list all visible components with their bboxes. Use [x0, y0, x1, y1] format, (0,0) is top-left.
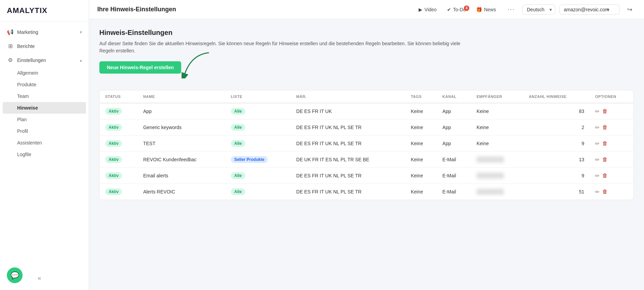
- col-status: STATUS: [100, 90, 138, 103]
- cell-empfaenger: [471, 152, 523, 168]
- sidebar-item-team[interactable]: Team: [0, 90, 89, 102]
- collapse-sidebar-button[interactable]: «: [38, 275, 41, 282]
- create-rule-button[interactable]: Neue Hinweis-Regel erstellen: [99, 61, 181, 74]
- cell-kanal: E-Mail: [437, 152, 471, 168]
- delete-icon[interactable]: 🗑: [602, 140, 608, 147]
- delete-icon[interactable]: 🗑: [602, 189, 608, 195]
- sidebar-item-berichte[interactable]: ⊞ Berichte: [0, 39, 89, 53]
- cell-optionen: ✏ 🗑: [590, 103, 633, 119]
- cell-anzahl: 13: [523, 152, 590, 168]
- table-row: Aktiv Email alerts Alle DE ES FR IT UK N…: [100, 168, 633, 184]
- col-tags: TAGS: [405, 90, 437, 103]
- cell-kanal: App: [437, 119, 471, 136]
- cell-liste: Seller Produkte: [225, 152, 291, 168]
- sidebar-item-allgemein[interactable]: Allgemein: [0, 67, 89, 79]
- cell-status: Aktiv: [100, 136, 138, 152]
- edit-icon[interactable]: ✏: [595, 108, 599, 115]
- edit-icon[interactable]: ✏: [595, 124, 599, 131]
- cell-anzahl: 2: [523, 119, 590, 136]
- delete-icon[interactable]: 🗑: [602, 124, 608, 130]
- sidebar-item-einstellungen[interactable]: ⚙ Einstellungen ▴: [0, 53, 89, 67]
- edit-icon[interactable]: ✏: [595, 156, 599, 163]
- gift-icon: 🎁: [476, 7, 482, 12]
- cell-mar: DE ES FR IT UK NL PL SE TR: [291, 184, 405, 200]
- logout-button[interactable]: ↪: [624, 4, 636, 15]
- marketing-icon: 📢: [7, 29, 14, 35]
- cell-name: App: [138, 103, 225, 119]
- topbar-news[interactable]: 🎁 News: [472, 5, 500, 14]
- sidebar-item-marketing[interactable]: 📢 Marketing ▾: [0, 25, 89, 39]
- liste-badge: Alle: [231, 140, 245, 147]
- berichte-icon: ⊞: [7, 43, 14, 49]
- edit-icon[interactable]: ✏: [595, 189, 599, 195]
- cell-tags: Keine: [405, 184, 437, 200]
- cell-anzahl: 83: [523, 103, 590, 119]
- cell-mar: DE ES FR IT UK NL PL SE TR: [291, 168, 405, 184]
- cell-liste: Alle: [225, 136, 291, 152]
- sidebar-item-logfile[interactable]: Logfile: [0, 149, 89, 160]
- cell-optionen: ✏ 🗑: [590, 152, 633, 168]
- sidebar-item-produkte[interactable]: Produkte: [0, 79, 89, 90]
- delete-icon[interactable]: 🗑: [602, 156, 608, 163]
- sidebar-item-profil[interactable]: Profil: [0, 125, 89, 137]
- table-row: Aktiv TEST Alle DE ES FR IT UK NL PL SE …: [100, 136, 633, 152]
- cell-mar: DE ES FR IT UK NL PL SE TR: [291, 136, 405, 152]
- topbar: Ihre Hinweis-Einstellungen ▶ Video ✔ To-…: [89, 0, 644, 19]
- table-row: Aktiv Generic keywords Alle DE ES FR IT …: [100, 119, 633, 136]
- cell-status: Aktiv: [100, 103, 138, 119]
- email-selector[interactable]: amazon@revoic.com: [559, 4, 620, 15]
- chevron-down-icon: ▾: [80, 30, 82, 35]
- table-row: Aktiv App Alle DE ES FR IT UK Keine App …: [100, 103, 633, 119]
- empfaenger-value: [476, 156, 504, 163]
- liste-badge: Alle: [231, 188, 245, 195]
- delete-icon[interactable]: 🗑: [602, 173, 608, 179]
- cell-empfaenger: Keine: [471, 119, 523, 136]
- cell-anzahl: 51: [523, 184, 590, 200]
- cell-tags: Keine: [405, 119, 437, 136]
- rules-table-card: STATUS NAME LISTE MÄR. TAGS KANAL EMPFÄN…: [99, 90, 634, 200]
- edit-icon[interactable]: ✏: [595, 173, 599, 179]
- language-selector[interactable]: Deutsch English: [522, 4, 555, 15]
- topbar-video[interactable]: ▶ Video: [414, 5, 441, 14]
- more-options-button[interactable]: ···: [504, 4, 518, 15]
- cell-tags: Keine: [405, 152, 437, 168]
- cell-kanal: App: [437, 103, 471, 119]
- cell-empfaenger: Keine: [471, 103, 523, 119]
- cell-name: Email alerts: [138, 168, 225, 184]
- empfaenger-value: Keine: [476, 109, 489, 114]
- email-selector-wrapper: amazon@revoic.com: [559, 4, 620, 15]
- status-badge: Aktiv: [105, 124, 122, 131]
- cell-empfaenger: Keine: [471, 136, 523, 152]
- col-anzahl: ANZAHL HINWEISE: [523, 90, 590, 103]
- cell-mar: DE ES FR IT UK: [291, 103, 405, 119]
- edit-icon[interactable]: ✏: [595, 140, 599, 147]
- sidebar-item-plan[interactable]: Plan: [0, 114, 89, 125]
- col-name: NAME: [138, 90, 225, 103]
- topbar-navigation: ▶ Video ✔ To-Do 4 🎁 News: [414, 5, 500, 14]
- cell-status: Aktiv: [100, 119, 138, 136]
- topbar-video-label: Video: [424, 7, 437, 12]
- cell-mar: DE ES FR IT UK NL PL SE TR: [291, 119, 405, 136]
- liste-badge: Alle: [231, 124, 245, 131]
- empfaenger-value: [476, 189, 504, 195]
- sidebar-item-label: Marketing: [17, 29, 38, 35]
- delete-icon[interactable]: 🗑: [602, 108, 608, 114]
- cell-name: Generic keywords: [138, 119, 225, 136]
- topbar-news-label: News: [484, 7, 496, 12]
- cell-liste: Alle: [225, 184, 291, 200]
- chat-button[interactable]: 💬: [7, 267, 23, 283]
- sidebar-item-hinweise[interactable]: Hinweise: [3, 102, 86, 114]
- page-title: Ihre Hinweis-Einstellungen: [97, 6, 410, 13]
- status-badge: Aktiv: [105, 172, 122, 179]
- cell-status: Aktiv: [100, 168, 138, 184]
- empfaenger-value: [476, 173, 504, 179]
- status-badge: Aktiv: [105, 108, 122, 115]
- section-description: Auf dieser Seite finden Sie die aktuelle…: [99, 40, 476, 54]
- sidebar-item-assistenten[interactable]: Assistenten: [0, 137, 89, 149]
- section-title: Hinweis-Einstellungen: [99, 29, 634, 37]
- cell-empfaenger: [471, 168, 523, 184]
- table-row: Aktiv REVOIC Kundenfeedbac Seller Produk…: [100, 152, 633, 168]
- cell-mar: DE UK FR IT ES NL PL TR SE BE: [291, 152, 405, 168]
- cell-empfaenger: [471, 184, 523, 200]
- topbar-todo[interactable]: ✔ To-Do 4: [443, 5, 470, 14]
